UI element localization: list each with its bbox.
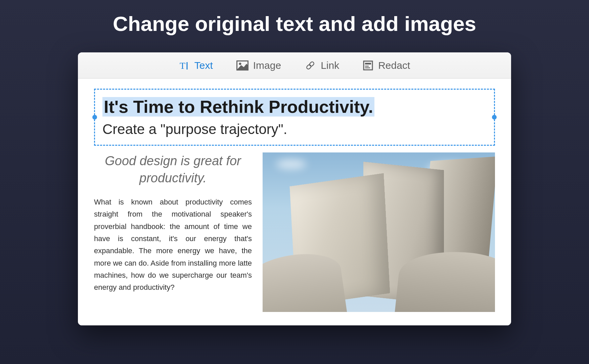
- toolbar-image-button[interactable]: Image: [236, 60, 281, 71]
- toolbar-item-label: Link: [321, 60, 339, 71]
- document-subtitle[interactable]: Create a "purpose trajectory".: [102, 121, 487, 137]
- toolbar-item-label: Image: [253, 60, 281, 71]
- redact-icon: [363, 60, 373, 71]
- document-body-text[interactable]: What is known about productivity comes s…: [94, 196, 252, 293]
- content-row: Good design is great for productivity. W…: [94, 152, 495, 312]
- document-image[interactable]: [263, 152, 495, 312]
- toolbar-link-button[interactable]: Link: [305, 60, 339, 71]
- content-left-column: Good design is great for productivity. W…: [94, 152, 252, 294]
- document-canvas[interactable]: It's Time to Rethink Productivity. Creat…: [78, 79, 511, 325]
- svg-rect-5: [309, 61, 315, 67]
- architecture-photo: [263, 152, 495, 312]
- toolbar: T Text Image: [78, 52, 511, 79]
- selection-handle-right[interactable]: [492, 115, 497, 120]
- document-quote[interactable]: Good design is great for productivity.: [94, 152, 252, 187]
- app-window: T Text Image: [78, 52, 511, 325]
- svg-point-3: [239, 62, 241, 65]
- selection-handle-left[interactable]: [92, 115, 97, 120]
- text-selection-box[interactable]: It's Time to Rethink Productivity. Creat…: [94, 89, 495, 146]
- promo-headline: Change original text and add images: [113, 12, 476, 36]
- text-icon: T: [179, 60, 190, 71]
- document-title[interactable]: It's Time to Rethink Productivity.: [102, 97, 374, 117]
- link-icon: [305, 60, 316, 71]
- toolbar-item-label: Redact: [378, 60, 410, 71]
- svg-rect-4: [306, 64, 312, 70]
- image-icon: [236, 60, 248, 71]
- toolbar-redact-button[interactable]: Redact: [363, 60, 410, 71]
- svg-rect-7: [365, 63, 371, 64]
- svg-rect-6: [364, 61, 372, 70]
- toolbar-item-label: Text: [194, 60, 213, 71]
- svg-text:T: T: [180, 60, 185, 71]
- toolbar-text-button[interactable]: T Text: [179, 60, 213, 71]
